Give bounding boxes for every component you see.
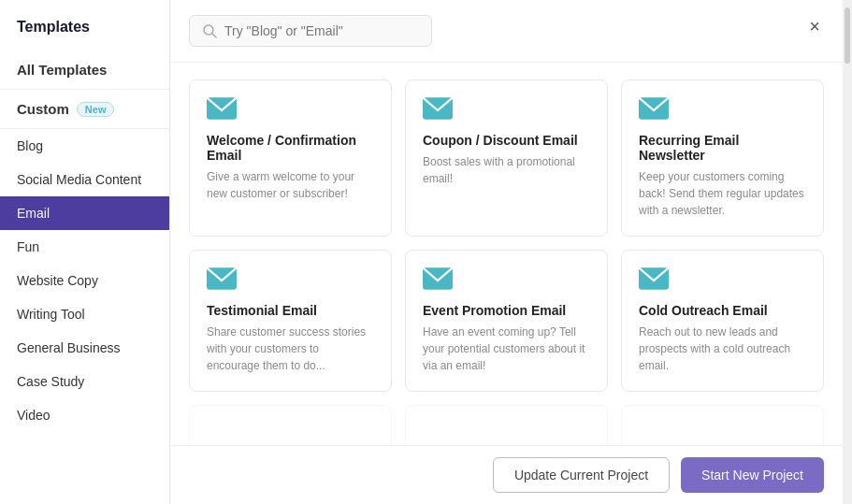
sidebar-item-blog[interactable]: Blog [0, 129, 169, 163]
sidebar-item-social-media[interactable]: Social Media Content [0, 163, 169, 196]
card-event-promotion[interactable]: Event Promotion Email Have an event comi… [405, 250, 608, 392]
card-title: Welcome / Confirmation Email [207, 133, 374, 163]
card-description: Reach out to new leads and prospects wit… [639, 324, 806, 374]
card-coupon-discount[interactable]: Coupon / Discount Email Boost sales with… [405, 79, 608, 237]
sidebar-item-website-copy[interactable]: Website Copy [0, 264, 169, 297]
card-placeholder-2[interactable] [405, 405, 608, 445]
card-recurring-newsletter[interactable]: Recurring Email Newsletter Keep your cus… [621, 79, 824, 237]
cards-area: Welcome / Confirmation Email Give a warm… [170, 63, 843, 445]
email-icon [423, 97, 453, 120]
sidebar-item-all-templates[interactable]: All Templates [0, 50, 169, 90]
card-description: Keep your customers coming back! Send th… [639, 168, 806, 219]
update-project-button[interactable]: Update Current Project [493, 457, 670, 493]
email-icon [423, 267, 453, 290]
search-bar[interactable] [189, 15, 432, 47]
scroll-track[interactable] [843, 0, 852, 504]
svg-line-1 [212, 34, 216, 37]
card-cold-outreach[interactable]: Cold Outreach Email Reach out to new lea… [621, 250, 824, 392]
close-button[interactable]: × [801, 13, 828, 39]
sidebar: Templates All Templates Custom New Blog … [0, 0, 170, 504]
card-title: Event Promotion Email [423, 303, 590, 318]
email-icon [207, 267, 237, 290]
new-badge: New [77, 102, 115, 117]
card-description: Share customer success stories with your… [207, 324, 374, 374]
card-description: Have an event coming up? Tell your poten… [423, 324, 590, 374]
card-title: Recurring Email Newsletter [639, 133, 806, 163]
modal-header: × [170, 0, 843, 63]
card-placeholder-3[interactable] [621, 405, 824, 445]
email-icon [639, 97, 669, 120]
search-input[interactable] [224, 23, 418, 38]
email-icon [639, 267, 669, 290]
email-icon [207, 97, 237, 120]
sidebar-item-video[interactable]: Video [0, 398, 169, 432]
modal-overlay: Templates All Templates Custom New Blog … [0, 0, 852, 504]
card-testimonial-email[interactable]: Testimonial Email Share customer success… [189, 250, 392, 392]
card-welcome-confirmation[interactable]: Welcome / Confirmation Email Give a warm… [189, 79, 392, 237]
start-project-button[interactable]: Start New Project [681, 457, 824, 493]
search-icon [203, 24, 217, 38]
sidebar-item-custom[interactable]: Custom New [0, 90, 169, 129]
card-placeholder-1[interactable] [189, 405, 392, 445]
sidebar-item-case-study[interactable]: Case Study [0, 365, 169, 398]
sidebar-title: Templates [0, 9, 169, 50]
sidebar-item-fun[interactable]: Fun [0, 230, 169, 264]
footer-bar: Update Current Project Start New Project [170, 445, 843, 504]
card-description: Give a warm welcome to your new customer… [207, 168, 374, 202]
card-description: Boost sales with a promotional email! [423, 153, 590, 187]
main-content: × Welcome / Confirmation Email Give a wa… [170, 0, 843, 504]
sidebar-item-email[interactable]: Email [0, 196, 169, 230]
sidebar-item-writing-tool[interactable]: Writing Tool [0, 297, 169, 331]
card-title: Cold Outreach Email [639, 303, 806, 318]
cards-grid: Welcome / Confirmation Email Give a warm… [189, 79, 824, 445]
card-title: Coupon / Discount Email [423, 133, 590, 148]
scroll-thumb[interactable] [845, 7, 850, 64]
sidebar-item-general-business[interactable]: General Business [0, 331, 169, 365]
card-title: Testimonial Email [207, 303, 374, 318]
